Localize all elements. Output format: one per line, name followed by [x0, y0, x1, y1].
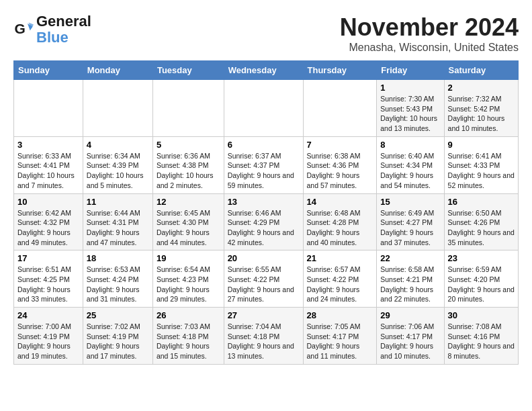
weekday-header-monday: Monday — [83, 61, 152, 80]
svg-text:G: G — [15, 21, 26, 36]
day-number: 16 — [448, 197, 515, 207]
calendar-cell — [152, 80, 224, 137]
logo: G GeneralBlue — [13, 13, 91, 46]
day-number: 28 — [307, 310, 373, 320]
day-number: 14 — [307, 197, 373, 207]
day-info: Sunrise: 7:05 AM Sunset: 4:17 PM Dayligh… — [307, 322, 373, 361]
calendar-cell: 5Sunrise: 6:36 AM Sunset: 4:38 PM Daylig… — [152, 136, 224, 193]
day-number: 12 — [157, 197, 220, 207]
day-info: Sunrise: 6:33 AM Sunset: 4:41 PM Dayligh… — [17, 151, 79, 191]
day-number: 25 — [87, 310, 149, 320]
day-info: Sunrise: 6:58 AM Sunset: 4:21 PM Dayligh… — [380, 265, 440, 304]
day-info: Sunrise: 6:41 AM Sunset: 4:33 PM Dayligh… — [448, 151, 515, 191]
day-info: Sunrise: 7:04 AM Sunset: 4:18 PM Dayligh… — [228, 322, 300, 361]
day-info: Sunrise: 6:55 AM Sunset: 4:22 PM Dayligh… — [228, 265, 300, 304]
calendar-table: SundayMondayTuesdayWednesdayThursdayFrid… — [13, 60, 519, 365]
calendar-cell — [303, 80, 377, 137]
day-number: 26 — [157, 310, 220, 320]
logo-icon: G — [13, 19, 34, 40]
day-number: 11 — [87, 197, 149, 207]
calendar-cell: 28Sunrise: 7:05 AM Sunset: 4:17 PM Dayli… — [303, 308, 377, 365]
day-number: 3 — [17, 140, 79, 150]
calendar-week-row: 1Sunrise: 7:30 AM Sunset: 5:43 PM Daylig… — [14, 80, 519, 137]
calendar-cell: 8Sunrise: 6:40 AM Sunset: 4:34 PM Daylig… — [377, 136, 444, 193]
calendar-cell: 18Sunrise: 6:53 AM Sunset: 4:24 PM Dayli… — [83, 250, 152, 308]
weekday-header-wednesday: Wednesday — [224, 61, 303, 80]
weekday-header-saturday: Saturday — [444, 61, 518, 80]
day-info: Sunrise: 6:36 AM Sunset: 4:38 PM Dayligh… — [157, 151, 220, 191]
day-info: Sunrise: 6:54 AM Sunset: 4:23 PM Dayligh… — [157, 265, 220, 304]
calendar-cell: 4Sunrise: 6:34 AM Sunset: 4:39 PM Daylig… — [83, 136, 152, 193]
day-number: 4 — [87, 140, 149, 150]
day-info: Sunrise: 6:44 AM Sunset: 4:31 PM Dayligh… — [87, 208, 149, 248]
calendar-cell: 7Sunrise: 6:38 AM Sunset: 4:36 PM Daylig… — [303, 136, 377, 193]
day-number: 7 — [307, 140, 373, 150]
calendar-cell: 3Sunrise: 6:33 AM Sunset: 4:41 PM Daylig… — [14, 136, 83, 193]
calendar-cell — [14, 80, 83, 137]
calendar-cell: 15Sunrise: 6:49 AM Sunset: 4:27 PM Dayli… — [377, 193, 444, 250]
calendar-cell: 11Sunrise: 6:44 AM Sunset: 4:31 PM Dayli… — [83, 193, 152, 250]
calendar-cell: 27Sunrise: 7:04 AM Sunset: 4:18 PM Dayli… — [224, 308, 303, 365]
calendar-week-row: 10Sunrise: 6:42 AM Sunset: 4:32 PM Dayli… — [14, 193, 519, 250]
calendar-cell: 2Sunrise: 7:32 AM Sunset: 5:42 PM Daylig… — [444, 80, 518, 137]
day-number: 30 — [448, 310, 515, 320]
calendar-cell: 10Sunrise: 6:42 AM Sunset: 4:32 PM Dayli… — [14, 193, 83, 250]
calendar-cell: 23Sunrise: 6:59 AM Sunset: 4:20 PM Dayli… — [444, 250, 518, 308]
day-number: 23 — [448, 253, 515, 263]
calendar-cell: 19Sunrise: 6:54 AM Sunset: 4:23 PM Dayli… — [152, 250, 224, 308]
day-number: 20 — [228, 253, 300, 263]
calendar-cell: 26Sunrise: 7:03 AM Sunset: 4:18 PM Dayli… — [152, 308, 224, 365]
day-info: Sunrise: 6:40 AM Sunset: 4:34 PM Dayligh… — [380, 151, 440, 191]
calendar-cell: 29Sunrise: 7:06 AM Sunset: 4:17 PM Dayli… — [377, 308, 444, 365]
day-number: 9 — [448, 140, 515, 150]
calendar-cell: 12Sunrise: 6:45 AM Sunset: 4:30 PM Dayli… — [152, 193, 224, 250]
day-number: 29 — [380, 310, 440, 320]
day-info: Sunrise: 6:37 AM Sunset: 4:37 PM Dayligh… — [228, 151, 300, 191]
day-number: 6 — [228, 140, 300, 150]
day-number: 1 — [380, 83, 440, 93]
day-info: Sunrise: 7:00 AM Sunset: 4:19 PM Dayligh… — [17, 322, 79, 361]
calendar-week-row: 24Sunrise: 7:00 AM Sunset: 4:19 PM Dayli… — [14, 308, 519, 365]
day-info: Sunrise: 7:08 AM Sunset: 4:16 PM Dayligh… — [448, 322, 515, 361]
day-number: 2 — [448, 83, 515, 93]
day-info: Sunrise: 6:42 AM Sunset: 4:32 PM Dayligh… — [17, 208, 79, 248]
calendar-cell: 14Sunrise: 6:48 AM Sunset: 4:28 PM Dayli… — [303, 193, 377, 250]
calendar-cell — [224, 80, 303, 137]
calendar-cell: 30Sunrise: 7:08 AM Sunset: 4:16 PM Dayli… — [444, 308, 518, 365]
day-info: Sunrise: 6:49 AM Sunset: 4:27 PM Dayligh… — [380, 208, 440, 248]
day-number: 21 — [307, 253, 373, 263]
day-number: 24 — [17, 310, 79, 320]
day-info: Sunrise: 7:30 AM Sunset: 5:43 PM Dayligh… — [380, 94, 440, 134]
weekday-header-tuesday: Tuesday — [152, 61, 224, 80]
calendar-cell: 6Sunrise: 6:37 AM Sunset: 4:37 PM Daylig… — [224, 136, 303, 193]
calendar-cell: 20Sunrise: 6:55 AM Sunset: 4:22 PM Dayli… — [224, 250, 303, 308]
calendar-cell: 16Sunrise: 6:50 AM Sunset: 4:26 PM Dayli… — [444, 193, 518, 250]
location-subtitle: Menasha, Wisconsin, United States — [340, 42, 519, 54]
calendar-cell: 17Sunrise: 6:51 AM Sunset: 4:25 PM Dayli… — [14, 250, 83, 308]
calendar-cell: 24Sunrise: 7:00 AM Sunset: 4:19 PM Dayli… — [14, 308, 83, 365]
calendar-cell: 22Sunrise: 6:58 AM Sunset: 4:21 PM Dayli… — [377, 250, 444, 308]
calendar-cell: 13Sunrise: 6:46 AM Sunset: 4:29 PM Dayli… — [224, 193, 303, 250]
day-info: Sunrise: 6:53 AM Sunset: 4:24 PM Dayligh… — [87, 265, 149, 304]
calendar-cell: 1Sunrise: 7:30 AM Sunset: 5:43 PM Daylig… — [377, 80, 444, 137]
day-info: Sunrise: 6:59 AM Sunset: 4:20 PM Dayligh… — [448, 265, 515, 304]
day-info: Sunrise: 7:02 AM Sunset: 4:19 PM Dayligh… — [87, 322, 149, 361]
calendar-week-row: 17Sunrise: 6:51 AM Sunset: 4:25 PM Dayli… — [14, 250, 519, 308]
weekday-header-row: SundayMondayTuesdayWednesdayThursdayFrid… — [14, 61, 519, 80]
day-number: 18 — [87, 253, 149, 263]
day-info: Sunrise: 6:46 AM Sunset: 4:29 PM Dayligh… — [228, 208, 300, 248]
title-area: November 2024 Menasha, Wisconsin, United… — [340, 13, 519, 54]
day-number: 5 — [157, 140, 220, 150]
day-number: 15 — [380, 197, 440, 207]
day-number: 19 — [157, 253, 220, 263]
calendar-body: 1Sunrise: 7:30 AM Sunset: 5:43 PM Daylig… — [14, 80, 519, 365]
day-info: Sunrise: 6:57 AM Sunset: 4:22 PM Dayligh… — [307, 265, 373, 304]
calendar-cell: 25Sunrise: 7:02 AM Sunset: 4:19 PM Dayli… — [83, 308, 152, 365]
day-info: Sunrise: 7:06 AM Sunset: 4:17 PM Dayligh… — [380, 322, 440, 361]
page-header: G GeneralBlue November 2024 Menasha, Wis… — [13, 13, 519, 54]
day-info: Sunrise: 6:48 AM Sunset: 4:28 PM Dayligh… — [307, 208, 373, 248]
weekday-header-sunday: Sunday — [14, 61, 83, 80]
day-info: Sunrise: 6:51 AM Sunset: 4:25 PM Dayligh… — [17, 265, 79, 304]
day-number: 27 — [228, 310, 300, 320]
day-info: Sunrise: 6:45 AM Sunset: 4:30 PM Dayligh… — [157, 208, 220, 248]
